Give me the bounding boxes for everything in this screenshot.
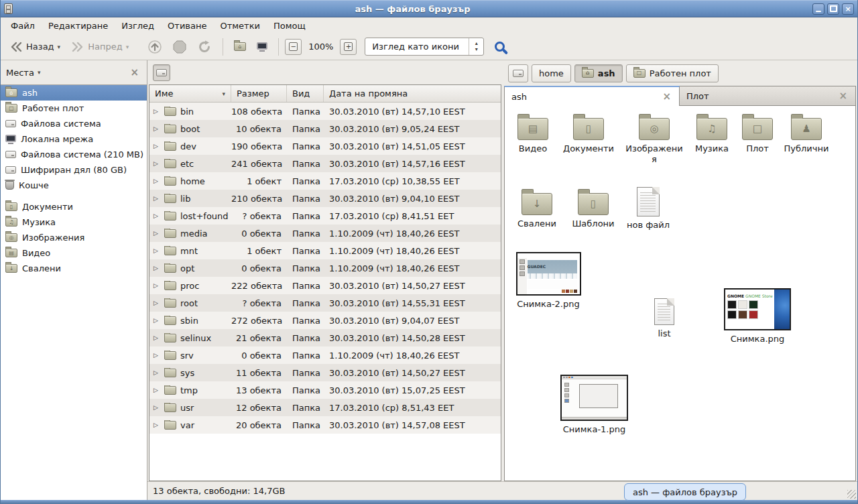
- table-row[interactable]: ▷var20 обектаПапка30.03.2010 (вт) 14,57,…: [149, 416, 501, 434]
- column-header-date[interactable]: Дата на промяна: [324, 85, 501, 102]
- expander-icon[interactable]: ▷: [154, 178, 160, 184]
- tab-close-icon[interactable]: ×: [837, 90, 849, 102]
- expander-icon[interactable]: ▷: [154, 195, 160, 202]
- sidebar-item-filesystem-210mb[interactable]: Файлова система (210 MB): [1, 147, 147, 162]
- sidebar-item-documents[interactable]: ▯ Документи: [1, 199, 147, 214]
- sidebar-item-pictures[interactable]: ◎ Изображения: [1, 230, 147, 245]
- expander-icon[interactable]: ▷: [154, 265, 160, 271]
- table-row[interactable]: ▷selinux21 обектаПапка30.03.2010 (вт) 14…: [149, 329, 501, 346]
- menu-help[interactable]: Помощ: [267, 19, 312, 32]
- tab-close-icon[interactable]: ×: [661, 90, 672, 103]
- menu-file[interactable]: Файл: [5, 19, 41, 32]
- table-row[interactable]: ▷sbin272 обектаПапка30.03.2010 (вт) 9,04…: [149, 312, 501, 329]
- tab-plot[interactable]: Плот ×: [680, 86, 856, 106]
- icon-item-videos[interactable]: ▤ Видео: [504, 113, 562, 154]
- expander-icon[interactable]: ▷: [154, 143, 160, 149]
- menu-bookmarks[interactable]: Отметки: [214, 19, 265, 32]
- expander-icon[interactable]: ▷: [154, 369, 160, 376]
- resize-grip[interactable]: [847, 490, 856, 499]
- home-button[interactable]: ⌂: [229, 39, 251, 54]
- reload-button[interactable]: [192, 36, 217, 58]
- column-header-size[interactable]: Размер: [231, 85, 287, 102]
- icon-item-templates[interactable]: ▯ Шаблони: [564, 188, 623, 229]
- expander-icon[interactable]: ▷: [154, 212, 160, 219]
- column-header-name[interactable]: Име ▾: [149, 85, 231, 102]
- table-row[interactable]: ▷mnt1 обектПапка1.10.2009 (чт) 18,40,26 …: [149, 242, 501, 259]
- expander-icon[interactable]: ▷: [154, 125, 160, 132]
- stop-button[interactable]: [168, 37, 191, 57]
- pathbar-desktop-button[interactable]: □ Работен плот: [626, 64, 719, 82]
- view-mode-select[interactable]: Изглед като икони ▴▾: [365, 38, 484, 56]
- table-row[interactable]: ▷etc241 обектаПапка30.03.2010 (вт) 14,57…: [149, 155, 501, 172]
- forward-chevron-icon[interactable]: ▾: [126, 44, 129, 50]
- pathbar-home-button[interactable]: home: [532, 64, 571, 82]
- sidebar-item-desktop[interactable]: □ Работен плот: [1, 101, 147, 116]
- table-row[interactable]: ▷lost+found? обектаПапка17.03.2010 (ср) …: [149, 207, 501, 225]
- sidebar-item-ash[interactable]: ⌂ ash: [1, 85, 147, 101]
- zoom-in-button[interactable]: +: [340, 39, 357, 55]
- column-header-type[interactable]: Вид: [287, 85, 324, 102]
- sidebar-item-downloads[interactable]: ↓ Свалени: [1, 261, 147, 276]
- icon-item-documents[interactable]: ▯ Документи: [559, 113, 618, 154]
- table-row[interactable]: ▷usr12 обектаПапка17.03.2010 (ср) 8,51,4…: [149, 399, 501, 416]
- table-row[interactable]: ▷lib210 обектаПапка30.03.2010 (вт) 9,04,…: [149, 190, 501, 207]
- forward-button[interactable]: Напред ▾: [66, 38, 133, 56]
- expander-icon[interactable]: ▷: [154, 317, 160, 324]
- sidebar-close-icon[interactable]: ×: [127, 66, 141, 78]
- table-row[interactable]: ▷home1 обектПапка17.03.2010 (ср) 10,38,5…: [149, 172, 501, 190]
- search-icon[interactable]: [495, 42, 505, 52]
- expander-icon[interactable]: ▷: [154, 108, 160, 115]
- table-row[interactable]: ▷sys11 обектаПапка30.03.2010 (вт) 14,50,…: [149, 364, 501, 381]
- minimize-button[interactable]: [812, 3, 824, 15]
- table-row[interactable]: ▷boot10 обектаПапка30.03.2010 (вт) 9,05,…: [149, 120, 501, 137]
- expander-icon[interactable]: ▷: [154, 247, 160, 254]
- expander-icon[interactable]: ▷: [154, 160, 160, 167]
- table-row[interactable]: ▷dev190 обектаПапка30.03.2010 (вт) 14,51…: [149, 137, 501, 155]
- sidebar-item-network[interactable]: Локална мрежа: [1, 131, 147, 147]
- spinner-icon[interactable]: ▴▾: [469, 38, 483, 55]
- expander-icon[interactable]: ▷: [154, 404, 160, 411]
- icon-item-pictures[interactable]: ◎ Изображения: [623, 113, 685, 164]
- table-row[interactable]: ▷proc222 обектаПапка30.03.2010 (вт) 14,5…: [149, 277, 501, 294]
- expander-icon[interactable]: ▷: [154, 422, 160, 428]
- table-row[interactable]: ▷srv0 обектаПапка1.10.2009 (чт) 18,40,26…: [149, 346, 501, 364]
- expander-icon[interactable]: ▷: [154, 334, 160, 341]
- icon-item-snimka2[interactable]: GUADEC Снимка-2.png: [515, 252, 581, 310]
- sidebar-item-videos[interactable]: ▤ Видео: [1, 245, 147, 261]
- pathbar-root-button[interactable]: [508, 64, 528, 82]
- close-button[interactable]: ×: [842, 3, 854, 15]
- icon-view[interactable]: ▤ Видео ▯ Документи ◎ Изображения ♫ Музи…: [504, 106, 856, 481]
- back-button[interactable]: Назад ▾: [5, 38, 65, 56]
- table-row[interactable]: ▷media0 обектаПапка1.10.2009 (чт) 18,40,…: [149, 225, 501, 242]
- expander-icon[interactable]: ▷: [154, 282, 160, 289]
- icon-item-snimka1[interactable]: Снимка-1.png: [560, 375, 628, 435]
- table-row[interactable]: ▷bin108 обектаПапка30.03.2010 (вт) 14,57…: [149, 103, 501, 120]
- icon-item-list[interactable]: list: [635, 296, 694, 339]
- back-chevron-icon[interactable]: ▾: [58, 44, 61, 50]
- sidebar-title-select[interactable]: Места ▾: [6, 68, 127, 78]
- expander-icon[interactable]: ▷: [154, 387, 160, 393]
- icon-item-downloads[interactable]: ↓ Свалени: [507, 188, 566, 229]
- sidebar-item-encrypted[interactable]: Шифриран дял (80 GB): [1, 162, 147, 178]
- sidebar-item-filesystem[interactable]: Файлова система: [1, 116, 147, 131]
- root-drive-button[interactable]: [153, 64, 170, 81]
- menu-view[interactable]: Изглед: [115, 19, 160, 32]
- table-row[interactable]: ▷tmp13 обектаПапка30.03.2010 (вт) 15,07,…: [149, 381, 501, 399]
- icon-item-public[interactable]: ♟ Публични: [777, 113, 836, 154]
- icon-item-new-file[interactable]: нов файл: [619, 185, 678, 231]
- menu-edit[interactable]: Редактиране: [42, 19, 114, 32]
- computer-button[interactable]: [252, 39, 272, 55]
- expander-icon[interactable]: ▷: [154, 230, 160, 237]
- expander-icon[interactable]: ▷: [154, 352, 160, 359]
- menu-go[interactable]: Отиване: [162, 19, 212, 32]
- sidebar-item-trash[interactable]: Кошче: [1, 178, 147, 193]
- tab-ash[interactable]: ash ×: [504, 86, 680, 106]
- table-row[interactable]: ▷opt0 обектаПапка1.10.2009 (чт) 18,40,26…: [149, 259, 501, 277]
- table-row[interactable]: ▷root? обектаПапка30.03.2010 (вт) 14,55,…: [149, 294, 501, 312]
- zoom-out-button[interactable]: −: [285, 39, 302, 55]
- expander-icon[interactable]: ▷: [154, 300, 160, 306]
- icon-item-snimka[interactable]: GNOME GNOME Store Снимка.png: [723, 288, 792, 344]
- sidebar-item-music[interactable]: ♫ Музика: [1, 214, 147, 230]
- maximize-button[interactable]: [827, 3, 839, 15]
- pathbar-ash-button[interactable]: ⌂ ash: [574, 64, 623, 82]
